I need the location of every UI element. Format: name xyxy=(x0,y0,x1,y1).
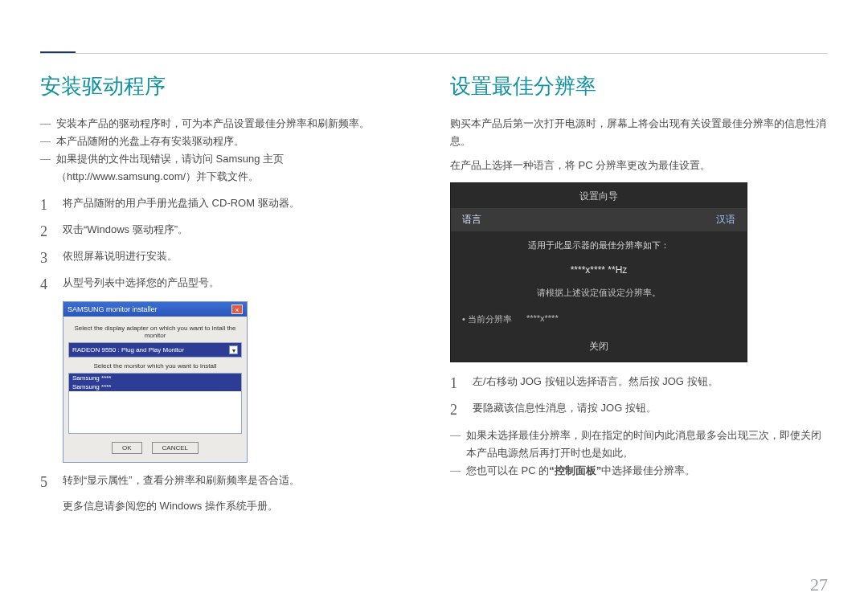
installer-titlebar: SAMSUNG monitor installer × xyxy=(63,302,247,317)
installer-prompt2: Select the monitor which you want to ins… xyxy=(68,362,242,370)
osd-line2: 请根据上述设定值设定分辨率。 xyxy=(451,284,747,305)
note-bold: “控制面板” xyxy=(549,464,601,476)
step-item: 转到“显示属性”，查看分辨率和刷新频率是否合适。 xyxy=(40,472,418,489)
osd-lang-value: 汉语 xyxy=(716,213,735,227)
step-item: 将产品随附的用户手册光盘插入 CD-ROM 驱动器。 xyxy=(40,195,418,212)
right-heading: 设置最佳分辨率 xyxy=(450,72,828,100)
osd-current-label: • 当前分辨率 xyxy=(462,313,512,325)
right-notes: 如果未选择最佳分辨率，则在指定的时间内此消息最多会出现三次，即使关闭本产品电源然… xyxy=(450,427,828,480)
step-item: 左/右移动 JOG 按钮以选择语言。然后按 JOG 按钮。 xyxy=(450,374,828,390)
monitor-list[interactable]: Samsung **** Samsung **** xyxy=(68,373,242,434)
osd-line1: 适用于此显示器的最佳分辨率如下： xyxy=(451,231,747,256)
installer-buttons: OK CANCEL xyxy=(68,442,242,454)
list-item[interactable]: Samsung **** xyxy=(69,374,241,382)
adapter-select-value: RADEON 9550 : Plug and Play Monitor xyxy=(72,346,184,353)
left-steps: 将产品随附的用户手册光盘插入 CD-ROM 驱动器。 双击“Windows 驱动… xyxy=(40,195,418,291)
right-intro1: 购买本产品后第一次打开电源时，屏幕上将会出现有关设置最佳分辨率的信息性消息。 xyxy=(450,115,828,150)
header-rule xyxy=(40,53,828,54)
osd-lang-label: 语言 xyxy=(462,213,481,227)
left-heading: 安装驱动程序 xyxy=(40,72,418,100)
right-column: 设置最佳分辨率 购买本产品后第一次打开电源时，屏幕上将会出现有关设置最佳分辨率的… xyxy=(450,72,828,515)
page-number: 27 xyxy=(810,574,828,595)
step-item: 要隐藏该信息性消息，请按 JOG 按钮。 xyxy=(450,400,828,417)
close-icon[interactable]: × xyxy=(231,304,243,314)
installer-dialog: SAMSUNG monitor installer × Select the d… xyxy=(63,301,248,463)
step-item: 依照屏幕说明进行安装。 xyxy=(40,248,418,265)
installer-body: Select the display adapter on which you … xyxy=(63,317,247,462)
list-item[interactable]: Samsung **** xyxy=(69,382,241,391)
left-more-info: 更多信息请参阅您的 Windows 操作系统手册。 xyxy=(40,498,418,515)
two-column-layout: 安装驱动程序 安装本产品的驱动程序时，可为本产品设置最佳分辨率和刷新频率。 本产… xyxy=(40,72,828,515)
left-steps-cont: 转到“显示属性”，查看分辨率和刷新频率是否合适。 xyxy=(40,472,418,489)
adapter-select[interactable]: RADEON 9550 : Plug and Play Monitor ▾ xyxy=(68,342,242,358)
chevron-down-icon: ▾ xyxy=(229,345,238,354)
cancel-button[interactable]: CANCEL xyxy=(152,442,199,454)
note-text-part2: 中选择最佳分辨率。 xyxy=(601,464,695,476)
left-notes: 安装本产品的驱动程序时，可为本产品设置最佳分辨率和刷新频率。 本产品随附的光盘上… xyxy=(40,115,418,186)
osd-resolution: ****x**** **Hz xyxy=(451,256,747,284)
note-item: 如果未选择最佳分辨率，则在指定的时间内此消息最多会出现三次，即使关闭本产品电源然… xyxy=(450,427,828,462)
step-item: 从型号列表中选择您的产品型号。 xyxy=(40,275,418,292)
osd-title: 设置向导 xyxy=(451,183,747,208)
osd-current-value: ****x**** xyxy=(526,313,559,325)
left-column: 安装驱动程序 安装本产品的驱动程序时，可为本产品设置最佳分辨率和刷新频率。 本产… xyxy=(40,72,418,515)
installer-prompt: Select the display adapter on which you … xyxy=(68,325,242,339)
osd-language-row[interactable]: 语言 汉语 xyxy=(451,208,747,231)
osd-current-row: • 当前分辨率 ****x**** xyxy=(451,305,747,332)
note-item: 安装本产品的驱动程序时，可为本产品设置最佳分辨率和刷新频率。 xyxy=(40,115,418,133)
note-item: 您也可以在 PC 的“控制面板”中选择最佳分辨率。 xyxy=(450,462,828,480)
note-item: 如果提供的文件出现错误，请访问 Samsung 主页（http://www.sa… xyxy=(40,150,418,186)
step-item: 双击“Windows 驱动程序”。 xyxy=(40,222,418,239)
right-steps: 左/右移动 JOG 按钮以选择语言。然后按 JOG 按钮。 要隐藏该信息性消息，… xyxy=(450,374,828,417)
osd-panel: 设置向导 语言 汉语 适用于此显示器的最佳分辨率如下： ****x**** **… xyxy=(450,182,747,362)
ok-button[interactable]: OK xyxy=(112,442,142,454)
installer-title-text: SAMSUNG monitor installer xyxy=(68,305,158,313)
note-text-part1: 您也可以在 PC 的 xyxy=(466,464,549,476)
osd-close-button[interactable]: 关闭 xyxy=(451,332,747,362)
right-intro2: 在产品上选择一种语言，将 PC 分辨率更改为最佳设置。 xyxy=(450,157,828,174)
note-item: 本产品随附的光盘上存有安装驱动程序。 xyxy=(40,133,418,150)
